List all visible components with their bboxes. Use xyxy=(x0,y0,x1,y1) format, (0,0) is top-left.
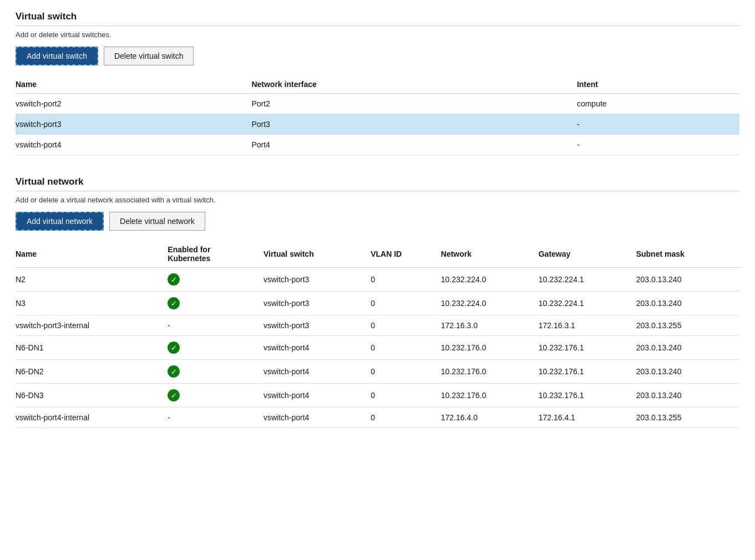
check-icon: ✓ xyxy=(168,297,180,309)
vn-row-network: 10.232.224.0 xyxy=(441,292,539,315)
table-row[interactable]: N3✓vswitch-port3010.232.224.010.232.224.… xyxy=(16,292,739,315)
table-row[interactable]: vswitch-port3-internal-vswitch-port30172… xyxy=(16,315,739,336)
vn-row-network: 10.232.224.0 xyxy=(441,268,539,292)
check-icon: ✓ xyxy=(168,389,180,401)
virtual-network-title: Virtual network xyxy=(16,176,739,187)
table-row[interactable]: N6-DN1✓vswitch-port4010.232.176.010.232.… xyxy=(16,336,739,360)
vs-row-name: vswitch-port2 xyxy=(16,94,251,114)
vn-row-gateway: 10.232.176.1 xyxy=(539,360,636,384)
virtual-switch-header-row: Name Network interface Intent xyxy=(16,75,739,94)
vn-row-gateway: 10.232.224.1 xyxy=(539,268,636,292)
vn-col-subnet: Subnet mask xyxy=(636,241,739,268)
vn-row-gateway: 172.16.4.1 xyxy=(539,408,636,428)
vn-row-vswitch: vswitch-port3 xyxy=(264,268,371,292)
vn-row-enabled: ✓ xyxy=(168,336,264,360)
vn-row-subnet: 203.0.13.240 xyxy=(636,384,739,408)
vn-row-name[interactable]: vswitch-port3-internal xyxy=(16,315,168,336)
check-icon: ✓ xyxy=(168,273,180,286)
vs-row-network-interface: Port3 xyxy=(251,114,577,135)
vs-row-name: vswitch-port4 xyxy=(16,135,251,155)
vn-row-subnet: 203.0.13.240 xyxy=(636,292,739,315)
virtual-switch-title: Virtual switch xyxy=(16,11,739,22)
virtual-network-section: Virtual network Add or delete a virtual … xyxy=(16,176,739,428)
vn-row-gateway: 10.232.176.1 xyxy=(539,384,636,408)
virtual-network-table: Name Enabled forKubernetes Virtual switc… xyxy=(16,241,739,428)
vn-row-network: 10.232.176.0 xyxy=(441,384,539,408)
add-virtual-network-button[interactable]: Add virtual network xyxy=(16,212,104,231)
vn-row-vlan: 0 xyxy=(371,408,441,428)
vn-row-gateway: 172.16.3.1 xyxy=(539,315,636,336)
vs-row-name: vswitch-port3 xyxy=(16,114,251,135)
table-row[interactable]: vswitch-port2Port2compute xyxy=(16,94,739,114)
virtual-network-buttons: Add virtual network Delete virtual netwo… xyxy=(16,212,739,231)
table-row[interactable]: vswitch-port4-internal-vswitch-port40172… xyxy=(16,408,739,428)
vn-row-gateway: 10.232.224.1 xyxy=(539,292,636,315)
vs-row-network-interface: Port2 xyxy=(251,94,577,114)
table-row[interactable]: N6-DN2✓vswitch-port4010.232.176.010.232.… xyxy=(16,360,739,384)
virtual-switch-table-body: vswitch-port2Port2computevswitch-port3Po… xyxy=(16,94,739,155)
virtual-network-description: Add or delete a virtual network associat… xyxy=(16,196,739,204)
table-row[interactable]: vswitch-port3Port3- xyxy=(16,114,739,135)
vn-row-network: 10.232.176.0 xyxy=(441,336,539,360)
vn-row-name[interactable]: N6-DN3 xyxy=(16,384,168,408)
virtual-network-table-header: Name Enabled forKubernetes Virtual switc… xyxy=(16,241,739,268)
vn-row-enabled: ✓ xyxy=(168,360,264,384)
virtual-switch-section: Virtual switch Add or delete virtual swi… xyxy=(16,11,739,155)
virtual-switch-table-header: Name Network interface Intent xyxy=(16,75,739,94)
vn-row-network: 172.16.4.0 xyxy=(441,408,539,428)
vn-col-gateway: Gateway xyxy=(539,241,636,268)
vn-row-vlan: 0 xyxy=(371,384,441,408)
vn-col-network: Network xyxy=(441,241,539,268)
vs-row-intent: - xyxy=(577,135,739,155)
vs-row-intent: compute xyxy=(577,94,739,114)
vn-row-subnet: 203.0.13.255 xyxy=(636,315,739,336)
vn-row-vswitch: vswitch-port4 xyxy=(264,360,371,384)
vn-row-vlan: 0 xyxy=(371,315,441,336)
table-row[interactable]: N6-DN3✓vswitch-port4010.232.176.010.232.… xyxy=(16,384,739,408)
vn-row-name[interactable]: vswitch-port4-internal xyxy=(16,408,168,428)
vs-col-network-interface: Network interface xyxy=(251,75,577,94)
vn-row-network: 172.16.3.0 xyxy=(441,315,539,336)
add-virtual-switch-button[interactable]: Add virtual switch xyxy=(16,47,98,65)
vn-row-vswitch: vswitch-port3 xyxy=(264,292,371,315)
vs-row-network-interface: Port4 xyxy=(251,135,577,155)
table-row[interactable]: vswitch-port4Port4- xyxy=(16,135,739,155)
virtual-switch-table: Name Network interface Intent vswitch-po… xyxy=(16,75,739,155)
vn-row-subnet: 203.0.13.240 xyxy=(636,360,739,384)
vn-col-vlan: VLAN ID xyxy=(371,241,441,268)
virtual-network-divider xyxy=(16,191,739,191)
vn-row-enabled: ✓ xyxy=(168,292,264,315)
vn-row-vlan: 0 xyxy=(371,360,441,384)
vs-col-name: Name xyxy=(16,75,251,94)
table-row[interactable]: N2✓vswitch-port3010.232.224.010.232.224.… xyxy=(16,268,739,292)
vn-col-enabled: Enabled forKubernetes xyxy=(168,241,264,268)
delete-virtual-network-button[interactable]: Delete virtual network xyxy=(109,212,205,231)
vn-row-vlan: 0 xyxy=(371,336,441,360)
vn-row-network: 10.232.176.0 xyxy=(441,360,539,384)
check-icon: ✓ xyxy=(168,342,180,354)
vn-row-vswitch: vswitch-port4 xyxy=(264,408,371,428)
virtual-switch-divider xyxy=(16,26,739,26)
vn-row-vlan: 0 xyxy=(371,268,441,292)
vn-row-vswitch: vswitch-port4 xyxy=(264,384,371,408)
vn-row-name[interactable]: N3 xyxy=(16,292,168,315)
delete-virtual-switch-button[interactable]: Delete virtual switch xyxy=(104,47,194,65)
virtual-network-header-row: Name Enabled forKubernetes Virtual switc… xyxy=(16,241,739,268)
vn-col-vswitch: Virtual switch xyxy=(264,241,371,268)
vn-row-vswitch: vswitch-port4 xyxy=(264,336,371,360)
vn-row-vlan: 0 xyxy=(371,292,441,315)
vn-row-name[interactable]: N6-DN2 xyxy=(16,360,168,384)
vn-row-enabled: ✓ xyxy=(168,268,264,292)
vn-col-name: Name xyxy=(16,241,168,268)
vs-row-intent: - xyxy=(577,114,739,135)
vn-row-vswitch: vswitch-port3 xyxy=(264,315,371,336)
vn-row-subnet: 203.0.13.240 xyxy=(636,336,739,360)
check-icon: ✓ xyxy=(168,365,180,378)
vs-col-intent: Intent xyxy=(577,75,739,94)
virtual-network-table-body: N2✓vswitch-port3010.232.224.010.232.224.… xyxy=(16,268,739,428)
vn-row-name[interactable]: N2 xyxy=(16,268,168,292)
vn-row-gateway: 10.232.176.1 xyxy=(539,336,636,360)
vn-row-enabled: - xyxy=(168,315,264,336)
vn-row-name[interactable]: N6-DN1 xyxy=(16,336,168,360)
vn-row-enabled: - xyxy=(168,408,264,428)
